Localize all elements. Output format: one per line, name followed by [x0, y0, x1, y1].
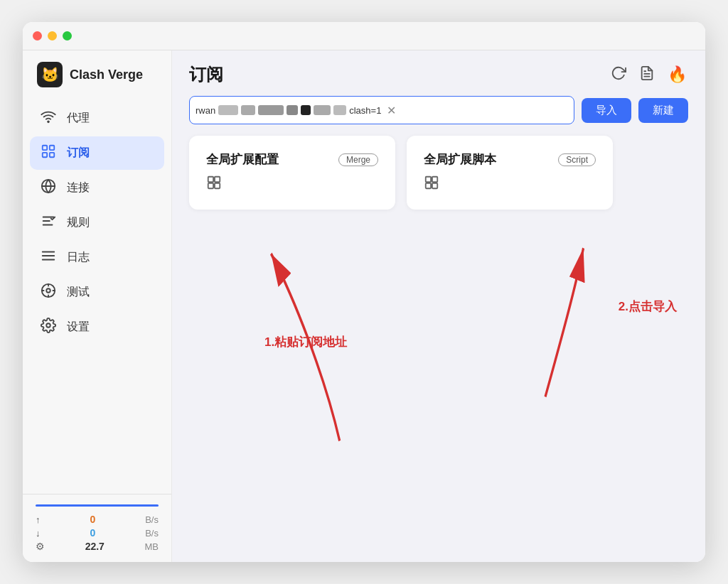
flame-button[interactable]: 🔥 — [666, 64, 688, 85]
svg-rect-28 — [426, 183, 431, 188]
maximize-button[interactable] — [63, 31, 72, 40]
svg-rect-1 — [43, 146, 47, 150]
url-clear-button[interactable]: ✕ — [384, 102, 399, 119]
globe-icon — [40, 178, 57, 198]
sidebar-item-settings[interactable]: 设置 — [30, 310, 164, 344]
settings-label: 设置 — [67, 320, 90, 335]
svg-rect-4 — [50, 153, 54, 157]
app-window: 🐱 Clash Verge 代理 — [23, 22, 705, 562]
url-prefix: rwan — [196, 105, 215, 116]
svg-rect-29 — [432, 183, 437, 188]
subscriptions-label: 订阅 — [67, 146, 90, 161]
speed-bar — [36, 504, 159, 507]
upload-unit: B/s — [145, 514, 159, 525]
annotations: 1.粘贴订阅地址 2.点击导入 — [172, 210, 705, 562]
card-icon-merge — [206, 175, 378, 194]
url-blur-blocks — [218, 105, 346, 115]
card-global-script[interactable]: 全局扩展脚本 Script — [407, 136, 613, 210]
header-actions: 🔥 — [609, 64, 688, 86]
test-icon — [40, 283, 57, 302]
svg-rect-2 — [50, 146, 54, 150]
sidebar-footer: ↑ 0 B/s ↓ 0 B/s ⚙ 22.7 MB — [23, 494, 171, 562]
new-button[interactable]: 新建 — [638, 98, 688, 123]
gear-icon — [40, 318, 57, 337]
cpu-icon: ⚙ — [36, 541, 45, 552]
logs-icon — [40, 248, 57, 267]
upload-row: ↑ 0 B/s — [36, 514, 159, 525]
cards-area: 全局扩展配置 Merge 全局扩展脚本 — [172, 136, 705, 210]
upload-arrow-icon: ↑ — [36, 514, 41, 525]
brand-logo: 🐱 — [37, 62, 63, 87]
svg-rect-23 — [215, 177, 220, 182]
sidebar-item-rules[interactable]: 规则 — [30, 206, 164, 239]
card-badge-merge: Merge — [338, 153, 378, 166]
download-row: ↓ 0 B/s — [36, 527, 159, 539]
brand-logo-emoji: 🐱 — [41, 66, 59, 83]
content-area: 订阅 — [172, 50, 705, 562]
download-arrow-icon: ↓ — [36, 528, 41, 539]
card-title-script: 全局扩展脚本 — [424, 151, 496, 168]
annotation-container: 1.粘贴订阅地址 2.点击导入 — [172, 210, 705, 562]
blur-block-7 — [333, 105, 346, 115]
svg-rect-26 — [426, 177, 431, 182]
blur-block-4 — [287, 105, 298, 115]
import-button[interactable]: 导入 — [582, 98, 631, 123]
cpu-row: ⚙ 22.7 MB — [36, 541, 159, 552]
logs-label: 日志 — [67, 250, 90, 265]
proxy-label: 代理 — [67, 111, 90, 126]
refresh-button[interactable] — [609, 64, 628, 86]
sidebar: 🐱 Clash Verge 代理 — [23, 50, 172, 562]
brand-name: Clash Verge — [70, 67, 143, 82]
blur-block-6 — [314, 105, 331, 115]
svg-rect-25 — [215, 183, 220, 188]
cpu-unit: MB — [145, 541, 159, 552]
sidebar-item-proxy[interactable]: 代理 — [30, 102, 164, 135]
svg-rect-24 — [208, 183, 213, 188]
rules-icon — [40, 213, 57, 232]
brand: 🐱 Clash Verge — [23, 62, 171, 102]
arrows-svg — [172, 210, 705, 562]
cpu-value: 22.7 — [85, 541, 105, 552]
blur-block-5 — [301, 105, 311, 115]
card-icon-script — [424, 175, 596, 194]
subscriptions-icon — [40, 144, 57, 163]
svg-rect-3 — [43, 153, 47, 157]
main-layout: 🐱 Clash Verge 代理 — [23, 50, 705, 562]
svg-rect-27 — [432, 177, 437, 182]
connections-label: 连接 — [67, 180, 90, 195]
content-header: 订阅 — [172, 50, 705, 96]
test-label: 测试 — [67, 285, 90, 300]
annotation-text-1: 1.粘贴订阅地址 — [264, 334, 347, 350]
url-suffix: clash=1 — [349, 105, 381, 116]
close-button[interactable] — [33, 31, 42, 40]
upload-value: 0 — [90, 514, 95, 525]
url-bar-area: rwan clash=1 ✕ 导入 新建 — [172, 96, 705, 136]
download-value: 0 — [90, 527, 95, 539]
card-header-merge: 全局扩展配置 Merge — [206, 151, 378, 168]
wifi-icon — [40, 109, 57, 128]
nav-items: 代理 订阅 — [23, 102, 171, 494]
svg-point-0 — [48, 121, 49, 122]
blur-block-3 — [258, 105, 284, 115]
svg-rect-22 — [208, 177, 213, 182]
url-input-wrapper[interactable]: rwan clash=1 ✕ — [189, 96, 574, 124]
sidebar-item-connections[interactable]: 连接 — [30, 171, 164, 205]
svg-point-14 — [46, 288, 50, 293]
minimize-button[interactable] — [48, 31, 57, 40]
rules-label: 规则 — [67, 215, 90, 230]
card-global-merge[interactable]: 全局扩展配置 Merge — [189, 136, 395, 210]
sidebar-item-logs[interactable]: 日志 — [30, 241, 164, 274]
sidebar-item-test[interactable]: 测试 — [30, 276, 164, 309]
download-unit: B/s — [145, 528, 159, 539]
blur-block-1 — [218, 105, 238, 115]
page-title: 订阅 — [189, 63, 223, 86]
annotation-text-2: 2.点击导入 — [619, 298, 677, 315]
card-badge-script: Script — [558, 153, 596, 166]
sidebar-item-subscriptions[interactable]: 订阅 — [30, 136, 164, 170]
card-header-script: 全局扩展脚本 Script — [424, 151, 596, 168]
card-title-merge: 全局扩展配置 — [206, 151, 279, 168]
file-button[interactable] — [638, 64, 656, 86]
blur-block-2 — [241, 105, 255, 115]
titlebar — [23, 22, 705, 50]
svg-point-19 — [46, 323, 50, 328]
